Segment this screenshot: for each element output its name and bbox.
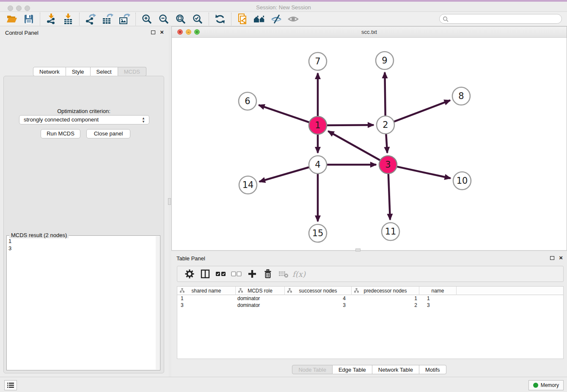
edge-4-14[interactable] bbox=[259, 167, 311, 182]
edge-2-8[interactable] bbox=[392, 100, 450, 122]
control-panel-title: Control Panel bbox=[5, 30, 39, 36]
tab-mcds[interactable]: MCDS bbox=[118, 67, 146, 76]
edge-2-9[interactable] bbox=[385, 72, 385, 118]
table-panel: Table Panel × f(x) shared nameMCDS roles bbox=[171, 252, 567, 377]
table-row[interactable]: 1dominator411 bbox=[177, 295, 563, 302]
edge-2-3[interactable] bbox=[386, 132, 387, 153]
edge-3-11[interactable] bbox=[388, 172, 390, 220]
zoom-in-icon[interactable] bbox=[138, 12, 155, 26]
column-header-predecessor-nodes[interactable]: predecessor nodes bbox=[352, 287, 419, 295]
float-panel-icon[interactable] bbox=[151, 30, 155, 34]
dropdown-value: strongly connected component bbox=[24, 116, 99, 123]
node-label-7: 7 bbox=[315, 56, 320, 66]
close-table-panel-icon[interactable]: × bbox=[559, 254, 563, 261]
first-neighbors-icon[interactable] bbox=[251, 12, 268, 26]
column-label: predecessor nodes bbox=[363, 288, 407, 294]
unselect-all-icon[interactable] bbox=[228, 267, 244, 281]
node-label-11: 11 bbox=[385, 226, 396, 237]
toolbar-separator bbox=[135, 13, 136, 25]
edge-3-1[interactable] bbox=[328, 131, 382, 161]
table-cell[interactable]: dominator bbox=[236, 302, 285, 309]
import-network-icon[interactable] bbox=[43, 12, 60, 26]
add-column-icon[interactable] bbox=[244, 267, 260, 281]
export-table-icon[interactable] bbox=[99, 12, 116, 26]
mcds-result-text[interactable]: 1 3 bbox=[8, 237, 155, 368]
zoom-selected-icon[interactable] bbox=[189, 12, 206, 26]
float-table-panel-icon[interactable] bbox=[550, 256, 554, 260]
tab-edge-table[interactable]: Edge Table bbox=[333, 365, 372, 374]
zoom-out-icon[interactable] bbox=[155, 12, 172, 26]
settings-gear-icon[interactable] bbox=[182, 267, 197, 281]
column-header-shared-name[interactable]: shared name bbox=[177, 287, 236, 295]
tab-network[interactable]: Network bbox=[33, 67, 66, 76]
search-box[interactable] bbox=[439, 14, 562, 24]
function-builder-icon: f(x) bbox=[291, 267, 307, 281]
network-graph-canvas[interactable]: 7968124314101511 bbox=[172, 38, 567, 250]
panel-splitter-handle[interactable] bbox=[168, 198, 171, 205]
table-cell[interactable]: 1 bbox=[352, 295, 419, 302]
close-panel-button[interactable]: Close panel bbox=[86, 129, 130, 138]
export-image-icon[interactable] bbox=[116, 12, 133, 26]
tab-motifs[interactable]: Motifs bbox=[419, 365, 446, 374]
hide-selected-eye-slash-icon[interactable] bbox=[268, 12, 285, 26]
node-label-10: 10 bbox=[457, 176, 468, 186]
table-cell[interactable]: 4 bbox=[285, 295, 352, 302]
tab-style[interactable]: Style bbox=[66, 67, 91, 76]
node-label-4: 4 bbox=[315, 160, 320, 170]
column-header-MCDS-role[interactable]: MCDS role bbox=[236, 287, 285, 295]
show-hidden-eye-icon[interactable] bbox=[285, 12, 302, 26]
edge-3-10[interactable] bbox=[395, 166, 451, 178]
search-icon bbox=[443, 16, 449, 22]
tab-select[interactable]: Select bbox=[91, 67, 118, 76]
column-header-successor-nodes[interactable]: successor nodes bbox=[285, 287, 352, 295]
run-mcds-button[interactable]: Run MCDS bbox=[41, 129, 80, 138]
optimization-criterion-dropdown[interactable]: strongly connected component ▲▼ bbox=[19, 115, 149, 124]
edge-1-6[interactable] bbox=[259, 105, 311, 123]
table-cell[interactable]: 3 bbox=[285, 302, 352, 309]
open-file-icon[interactable] bbox=[3, 12, 20, 26]
delete-column-trash-icon[interactable] bbox=[260, 267, 275, 281]
import-table-icon[interactable] bbox=[60, 12, 77, 26]
hierarchy-icon bbox=[180, 288, 184, 293]
hierarchy-icon bbox=[354, 288, 359, 293]
table-cell[interactable]: 3 bbox=[177, 302, 236, 309]
memory-status-icon bbox=[533, 383, 538, 388]
table-cell[interactable]: dominator bbox=[236, 295, 285, 302]
refresh-icon[interactable] bbox=[212, 12, 228, 26]
zoom-fit-icon[interactable] bbox=[172, 12, 189, 26]
memory-button[interactable]: Memory bbox=[528, 380, 564, 390]
close-panel-icon[interactable]: × bbox=[160, 28, 164, 36]
new-network-from-selection-icon[interactable] bbox=[234, 12, 251, 26]
edge-1-2[interactable] bbox=[325, 125, 374, 125]
tab-network-table[interactable]: Network Table bbox=[372, 365, 419, 374]
node-label-2: 2 bbox=[383, 120, 388, 130]
search-input[interactable] bbox=[449, 15, 561, 23]
toolbar-separator bbox=[231, 13, 231, 25]
table-cell[interactable]: 1 bbox=[419, 295, 457, 302]
task-history-list-icon[interactable] bbox=[4, 380, 17, 390]
table-cell[interactable]: 1 bbox=[177, 295, 236, 302]
tab-node-table[interactable]: Node Table bbox=[292, 365, 333, 374]
table-row[interactable]: 3dominator323 bbox=[177, 302, 563, 309]
column-label: successor nodes bbox=[299, 288, 337, 294]
table-cell[interactable]: 2 bbox=[352, 302, 419, 309]
save-session-icon[interactable] bbox=[20, 12, 37, 26]
node-label-8: 8 bbox=[458, 91, 464, 101]
show-column-panel-icon[interactable] bbox=[197, 267, 213, 281]
select-all-icon[interactable] bbox=[213, 267, 228, 281]
table-panel-title: Table Panel bbox=[176, 255, 205, 262]
mcds-result-box: MCDS result (2 nodes) 1 3 bbox=[6, 235, 160, 370]
toolbar-separator bbox=[40, 13, 40, 25]
export-network-icon[interactable] bbox=[82, 12, 99, 26]
memory-label: Memory bbox=[541, 382, 559, 388]
table-header-row: shared nameMCDS rolesuccessor nodesprede… bbox=[177, 287, 563, 295]
table-cell[interactable]: 3 bbox=[419, 302, 457, 309]
result-scrollbar[interactable] bbox=[156, 236, 160, 370]
node-label-14: 14 bbox=[242, 180, 254, 190]
dropdown-stepper-icon: ▲▼ bbox=[141, 117, 146, 124]
table-tabs: Node TableEdge TableNetwork TableMotifs bbox=[171, 365, 567, 374]
node-label-3: 3 bbox=[385, 160, 391, 170]
horizontal-splitter-handle[interactable] bbox=[355, 248, 361, 251]
network-window-titlebar[interactable]: ✕ − + scc.txt bbox=[172, 27, 567, 38]
column-header-name[interactable]: name bbox=[419, 287, 457, 295]
